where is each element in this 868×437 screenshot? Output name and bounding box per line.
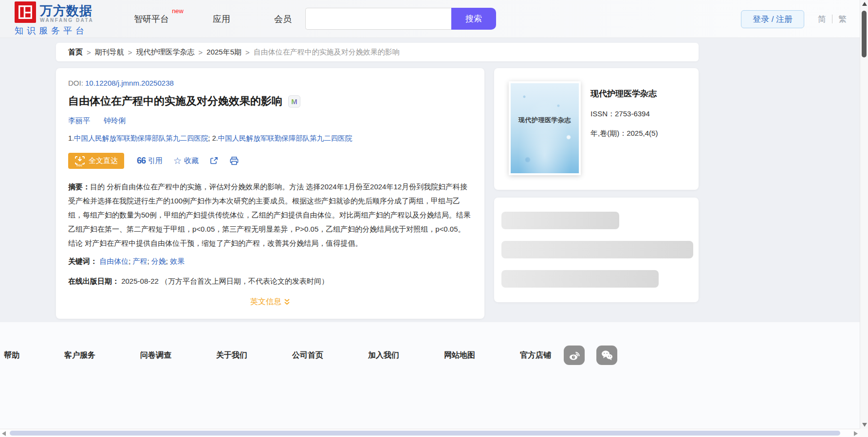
abstract-text: 目的 分析自由体位在产程中的实施，评估对分娩效果的影响。方法 选择2024年1月…	[68, 182, 471, 247]
weibo-button[interactable]	[564, 346, 585, 365]
main-nav: 智研平台 new 应用 会员	[134, 13, 292, 25]
affiliation-num: 1.	[68, 134, 74, 142]
affiliation-separator: ;	[208, 134, 212, 142]
footer-link-about-us[interactable]: 关于我们	[216, 350, 247, 361]
search-button[interactable]: 搜索	[451, 8, 496, 30]
doi-link[interactable]: 10.12208/j.jmnm.20250238	[85, 79, 174, 87]
free-download-icon: free	[74, 155, 85, 167]
site-logo[interactable]: 万方数据 WANFANG DATA 知识服务平台	[15, 1, 100, 36]
breadcrumb: 首页 > 期刊导航 > 现代护理医学杂志 > 2025年5期 > 自由体位在产程…	[56, 43, 699, 61]
header: 万方数据 WANFANG DATA 知识服务平台 智研平台 new 应用 会员 …	[0, 0, 868, 38]
affiliation-link[interactable]: 中国人民解放军联勤保障部队第九二四医院	[218, 134, 352, 142]
keyword-link[interactable]: 自由体位	[99, 257, 129, 265]
footer-link-customer-service[interactable]: 客户服务	[64, 350, 95, 361]
share-icon	[209, 156, 219, 165]
print-icon	[229, 156, 239, 165]
abstract-label: 摘要：	[68, 182, 90, 191]
breadcrumb-journal-nav[interactable]: 期刊导航	[95, 48, 124, 57]
lang-divider	[832, 15, 832, 23]
breadcrumb-current: 自由体位在产程中的实施及对分娩效果的影响	[254, 48, 400, 57]
footer: 帮助 客户服务 问卷调查 关于我们 公司首页 加入我们 网站地图 官方店铺	[0, 322, 860, 429]
footer-link-sitemap[interactable]: 网站地图	[444, 350, 475, 361]
quote-icon: 66	[137, 156, 146, 166]
new-badge: new	[172, 7, 184, 15]
brand-name-en: WANFANG DATA	[40, 18, 93, 23]
login-register-button[interactable]: 登录 / 注册	[741, 10, 804, 28]
wechat-icon	[601, 349, 613, 361]
online-date-note: （万方平台首次上网日期，不代表论文的发表时间）	[161, 277, 329, 285]
scroll-right-arrow-icon[interactable]	[854, 431, 858, 436]
breadcrumb-separator: >	[245, 48, 250, 56]
footer-link-official-store[interactable]: 官方店铺	[520, 350, 551, 361]
keyword-link[interactable]: 效果	[170, 257, 185, 265]
nav-item-member[interactable]: 会员	[274, 13, 292, 25]
affiliation-link[interactable]: 中国人民解放军联勤保障部队第九二四医院	[74, 134, 208, 142]
affiliation-list: 1.中国人民解放军联勤保障部队第九二四医院; 2.中国人民解放军联勤保障部队第九…	[68, 134, 472, 143]
lang-traditional[interactable]: 繁	[838, 14, 847, 25]
horizontal-scrollbar-thumb[interactable]	[10, 431, 840, 436]
breadcrumb-separator: >	[87, 48, 91, 56]
search-input[interactable]	[305, 8, 451, 30]
scroll-down-arrow-icon[interactable]	[862, 423, 867, 427]
journal-issn: ISSN：2753-6394	[591, 109, 658, 119]
journal-name[interactable]: 现代护理医学杂志	[591, 88, 658, 99]
abstract: 摘要：目的 分析自由体位在产程中的实施，评估对分娩效果的影响。方法 选择2024…	[68, 180, 472, 250]
footer-link-help[interactable]: 帮助	[4, 350, 19, 361]
keywords-label: 关键词：	[68, 257, 97, 265]
scroll-up-arrow-icon[interactable]	[862, 2, 867, 6]
chevron-double-down-icon	[284, 298, 290, 306]
breadcrumb-separator: >	[199, 48, 203, 56]
journal-card: 现代护理医学杂志 现代护理医学杂志 ISSN：2753-6394 年,卷(期)：…	[494, 68, 699, 190]
journal-cover-image[interactable]: 现代护理医学杂志	[509, 81, 581, 175]
horizontal-scrollbar[interactable]	[0, 429, 860, 437]
skeleton-bar	[501, 270, 659, 288]
footer-link-survey[interactable]: 问卷调查	[140, 350, 171, 361]
online-publish-date: 在线出版日期： 2025-08-22 （万方平台首次上网日期，不代表论文的发表时…	[68, 277, 472, 286]
footer-link-company-home[interactable]: 公司首页	[292, 350, 323, 361]
page: 万方数据 WANFANG DATA 知识服务平台 智研平台 new 应用 会员 …	[0, 0, 868, 437]
keywords: 关键词： 自由体位; 产程; 分娩; 效果	[68, 257, 472, 266]
action-row: free 全文直达 66 引用 ☆ 收藏	[68, 153, 472, 169]
medical-badge-icon: M	[288, 95, 300, 108]
online-date-label: 在线出版日期：	[68, 277, 119, 285]
keyword-link[interactable]: 分娩	[151, 257, 166, 265]
lang-simplified[interactable]: 简	[818, 14, 826, 25]
journal-cover-title: 现代护理医学杂志	[511, 116, 579, 125]
vertical-scrollbar[interactable]	[860, 0, 868, 429]
skeleton-bar	[501, 241, 693, 258]
share-button[interactable]	[209, 156, 219, 165]
affiliation-num: 2.	[212, 134, 218, 142]
article-card: DOI: 10.12208/j.jmnm.20250238 自由体位在产程中的实…	[56, 68, 484, 319]
fulltext-button[interactable]: free 全文直达	[68, 153, 124, 169]
journal-volume: 年,卷(期)：2025,4(5)	[591, 129, 658, 138]
wechat-button[interactable]	[596, 346, 617, 365]
english-info-toggle[interactable]: 英文信息	[68, 297, 472, 307]
online-date-value: 2025-08-22	[121, 277, 159, 285]
keyword-link[interactable]: 产程	[133, 257, 148, 265]
breadcrumb-issue[interactable]: 2025年5期	[206, 48, 241, 57]
language-switch: 简 繁	[818, 14, 847, 25]
author-link[interactable]: 李丽平	[68, 116, 90, 126]
search-box: 搜索	[305, 8, 496, 30]
svg-text:free: free	[76, 164, 82, 167]
cite-button[interactable]: 66 引用	[137, 156, 163, 166]
weibo-icon	[568, 349, 581, 361]
print-button[interactable]	[229, 156, 239, 165]
nav-item-apps[interactable]: 应用	[213, 13, 230, 25]
vertical-scrollbar-thumb[interactable]	[862, 11, 867, 57]
author-link[interactable]: 钟玲俐	[104, 116, 126, 126]
wanfang-logo-icon	[15, 1, 36, 23]
breadcrumb-journal[interactable]: 现代护理医学杂志	[136, 48, 195, 57]
scroll-left-arrow-icon[interactable]	[2, 431, 6, 436]
scrollbar-corner	[860, 429, 868, 437]
favorite-button[interactable]: ☆ 收藏	[173, 156, 199, 165]
footer-link-join-us[interactable]: 加入我们	[368, 350, 399, 361]
nav-item-zhiyan[interactable]: 智研平台 new	[134, 13, 169, 25]
loading-placeholder-card	[494, 198, 699, 302]
doi-label: DOI:	[68, 79, 83, 87]
brand-name-cn: 万方数据	[40, 4, 93, 17]
brand-tagline: 知识服务平台	[15, 25, 100, 36]
article-title: 自由体位在产程中的实施及对分娩效果的影响	[68, 94, 282, 109]
star-icon: ☆	[173, 156, 182, 165]
breadcrumb-home[interactable]: 首页	[68, 48, 83, 57]
